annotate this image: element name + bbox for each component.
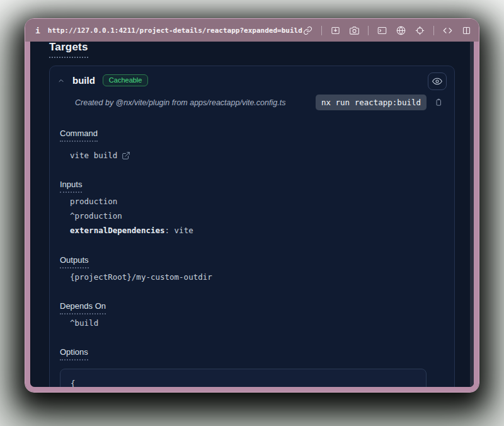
info-icon: i xyxy=(35,26,40,35)
input-item: ^production xyxy=(70,210,444,222)
created-by-text: Created by @nx/vite/plugin from apps/rea… xyxy=(75,98,285,107)
outputs-section: Outputs {projectRoot}/my-custom-outdir xyxy=(60,254,444,283)
input-separator: : xyxy=(165,226,175,235)
outputs-heading: Outputs xyxy=(60,255,89,268)
toolbar-divider xyxy=(321,26,322,35)
command-section: Command vite build xyxy=(60,127,444,161)
build-card-header: build Cacheable xyxy=(57,74,444,86)
topbar-actions xyxy=(302,25,472,36)
output-value: {projectRoot}/my-custom-outdir xyxy=(70,272,444,283)
depends-on-heading: Depends On xyxy=(60,301,106,314)
crosshair-icon[interactable] xyxy=(415,25,425,36)
globe-icon[interactable] xyxy=(396,25,406,36)
json-open-brace: { xyxy=(71,377,416,387)
code-icon[interactable] xyxy=(442,25,453,36)
copy-button[interactable] xyxy=(433,97,444,108)
chevron-up-icon[interactable] xyxy=(57,76,66,85)
run-command-chip: nx run reactapp:build xyxy=(316,95,427,110)
copy-icon xyxy=(434,98,443,107)
cacheable-badge: Cacheable xyxy=(103,74,149,86)
camera-icon[interactable] xyxy=(349,25,360,36)
input-item: production xyxy=(70,196,444,207)
target-card-build: build Cacheable Created by @nx/vite/plug… xyxy=(49,66,455,387)
external-link-icon[interactable] xyxy=(122,151,131,161)
command-value: vite build xyxy=(70,150,117,161)
input-key: externalDependencies xyxy=(70,226,165,235)
build-meta-row: Created by @nx/vite/plugin from apps/rea… xyxy=(60,95,444,110)
download-icon[interactable] xyxy=(330,25,341,36)
input-value: vite xyxy=(175,226,193,235)
view-target-button[interactable] xyxy=(428,72,447,90)
input-item: externalDependencies: vite xyxy=(70,225,444,236)
browser-topbar: i http://127.0.0.1:4211/project-details/… xyxy=(25,19,479,42)
command-heading: Command xyxy=(60,129,98,142)
eye-icon xyxy=(432,76,442,86)
columns-icon[interactable] xyxy=(461,25,472,36)
target-name: build xyxy=(72,75,95,86)
inputs-section: Inputs production ^production externalDe… xyxy=(60,178,444,236)
address-url: http://127.0.0.1:4211/project-details/re… xyxy=(48,26,302,35)
depends-on-value: ^build xyxy=(70,318,444,329)
options-json-block: { "cwd": "apps/reactapp" } xyxy=(60,369,427,387)
options-section: Options { "cwd": "apps/reactapp" } xyxy=(60,346,444,387)
toolbar-divider xyxy=(433,26,434,35)
scrollbar[interactable] xyxy=(470,42,474,387)
command-value-row: vite build xyxy=(70,150,444,161)
terminal-icon[interactable] xyxy=(377,25,387,36)
toolbar-divider xyxy=(368,26,369,35)
browser-window: i http://127.0.0.1:4211/project-details/… xyxy=(25,19,479,392)
options-heading: Options xyxy=(60,347,88,360)
link-icon[interactable] xyxy=(302,25,313,36)
project-details-page: Targets build Cacheable Created by @nx/v… xyxy=(30,42,474,387)
inputs-heading: Inputs xyxy=(60,180,82,193)
depends-on-section: Depends On ^build xyxy=(60,300,444,329)
targets-heading: Targets xyxy=(49,42,88,58)
